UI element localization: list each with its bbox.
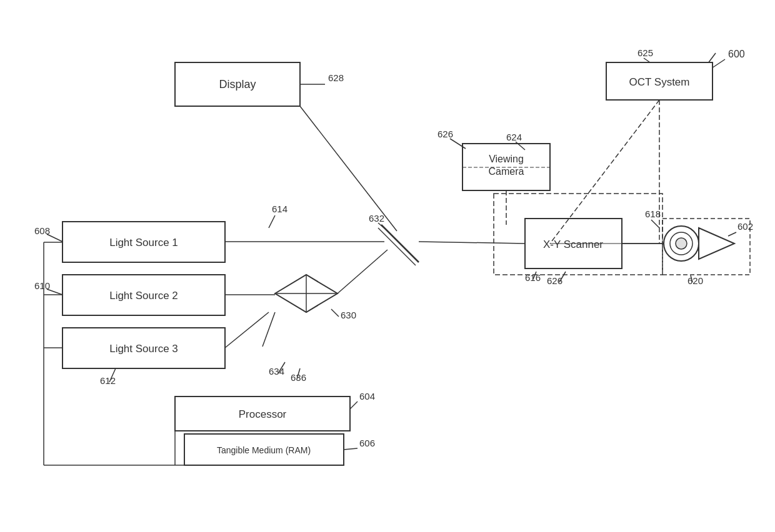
ref-628: 628 — [328, 72, 344, 83]
processor-label: Processor — [239, 408, 287, 420]
tangible-medium-label: Tangible Medium (RAM) — [217, 445, 311, 455]
ref-620: 620 — [688, 275, 703, 286]
ref-630: 630 — [341, 310, 356, 320]
viewing-camera-label: Viewing — [489, 154, 524, 164]
ref-604: 604 — [359, 391, 375, 401]
ref-614: 614 — [272, 204, 288, 214]
viewing-camera-label2: Camera — [489, 166, 524, 177]
ref-618: 618 — [645, 209, 661, 219]
oct-system-label: OCT System — [629, 76, 690, 88]
ref-606: 606 — [359, 438, 375, 448]
ref-602: 602 — [738, 221, 753, 232]
ref-600: 600 — [728, 49, 745, 59]
light-source-2-label: Light Source 2 — [109, 290, 178, 302]
ref-624: 624 — [506, 132, 522, 142]
display-label: Display — [219, 78, 256, 91]
light-source-3-label: Light Source 3 — [109, 343, 178, 355]
ref-625: 625 — [638, 47, 653, 58]
ref-616: 616 — [525, 272, 541, 283]
ref-632: 632 — [369, 213, 384, 224]
lens-ring-2 — [676, 238, 687, 249]
ref-626-top: 626 — [438, 129, 453, 139]
ref-612: 612 — [100, 375, 116, 386]
light-source-1-label: Light Source 1 — [109, 237, 178, 249]
